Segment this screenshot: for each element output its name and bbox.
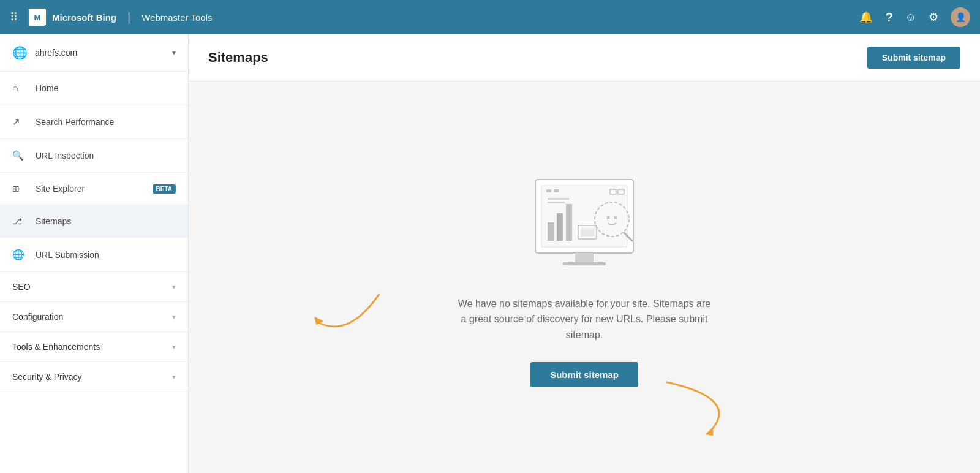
submit-sitemap-button-header[interactable]: Submit sitemap bbox=[867, 47, 960, 69]
sidebar-item-site-explorer-label: Site Explorer bbox=[36, 184, 148, 194]
bing-logo-box: M bbox=[29, 9, 46, 26]
svg-rect-2 bbox=[575, 253, 594, 262]
svg-rect-18 bbox=[548, 202, 565, 203]
svg-rect-4 bbox=[546, 189, 551, 192]
configuration-section-label: Configuration bbox=[12, 312, 172, 322]
svg-marker-22 bbox=[705, 428, 713, 436]
topnav: ⠿ M Microsoft Bing | Webmaster Tools 🔔 ?… bbox=[0, 0, 980, 34]
sidebar: 🌐 ahrefs.com ▾ ⌂ Home ↗ Search Performan… bbox=[0, 34, 189, 473]
submit-sitemap-button-center[interactable]: Submit sitemap bbox=[530, 362, 638, 387]
sidebar-item-url-inspection-label: URL Inspection bbox=[36, 151, 176, 161]
svg-rect-8 bbox=[566, 204, 572, 241]
svg-marker-21 bbox=[314, 317, 323, 325]
site-selector[interactable]: 🌐 ahrefs.com ▾ bbox=[0, 34, 188, 72]
sidebar-section-seo[interactable]: SEO ▾ bbox=[0, 272, 188, 302]
home-icon: ⌂ bbox=[12, 83, 27, 94]
sidebar-section-security[interactable]: Security & Privacy ▾ bbox=[0, 362, 188, 392]
site-globe-icon: 🌐 bbox=[12, 45, 28, 60]
security-section-label: Security & Privacy bbox=[12, 372, 172, 382]
sidebar-item-url-submission-label: URL Submission bbox=[36, 250, 176, 260]
product-name: Webmaster Tools bbox=[141, 12, 212, 23]
svg-rect-5 bbox=[554, 189, 559, 192]
trend-icon: ↗ bbox=[12, 116, 27, 127]
security-chevron-icon: ▾ bbox=[172, 373, 176, 381]
sidebar-item-url-submission[interactable]: 🌐 URL Submission bbox=[0, 238, 188, 272]
main-layout: 🌐 ahrefs.com ▾ ⌂ Home ↗ Search Performan… bbox=[0, 34, 980, 473]
url-inspection-icon: 🔍 bbox=[12, 150, 27, 161]
site-name: ahrefs.com bbox=[35, 48, 172, 58]
svg-rect-6 bbox=[548, 222, 554, 241]
sidebar-item-home-label: Home bbox=[36, 83, 176, 93]
svg-rect-3 bbox=[563, 262, 606, 265]
sidebar-item-site-explorer[interactable]: ⊞ Site Explorer BETA bbox=[0, 173, 188, 205]
topnav-right: 🔔 ? ☺ ⚙ 👤 bbox=[859, 7, 970, 27]
sidebar-section-tools[interactable]: Tools & Enhancements ▾ bbox=[0, 332, 188, 362]
svg-rect-16 bbox=[581, 228, 594, 236]
feedback-icon[interactable]: ☺ bbox=[905, 11, 916, 24]
sidebar-section-configuration[interactable]: Configuration ▾ bbox=[0, 302, 188, 332]
sidebar-item-home[interactable]: ⌂ Home bbox=[0, 72, 188, 105]
content: Sitemaps Submit sitemap bbox=[189, 34, 980, 473]
sidebar-item-sitemaps[interactable]: ⎇ Sitemaps bbox=[0, 205, 188, 238]
sidebar-item-url-inspection[interactable]: 🔍 URL Inspection bbox=[0, 139, 188, 173]
site-explorer-icon: ⊞ bbox=[12, 184, 27, 194]
svg-rect-17 bbox=[548, 198, 569, 200]
sidebar-item-sitemaps-label: Sitemaps bbox=[36, 216, 176, 226]
empty-message: We have no sitemaps available for your s… bbox=[456, 296, 713, 343]
page-header: Sitemaps Submit sitemap bbox=[189, 34, 980, 81]
page-title: Sitemaps bbox=[208, 50, 268, 66]
avatar[interactable]: 👤 bbox=[951, 7, 970, 27]
configuration-chevron-icon: ▾ bbox=[172, 313, 176, 321]
grid-icon[interactable]: ⠿ bbox=[10, 10, 18, 24]
content-body: We have no sitemaps available for your s… bbox=[189, 81, 980, 473]
bell-icon[interactable]: 🔔 bbox=[859, 10, 873, 24]
sidebar-item-search-performance[interactable]: ↗ Search Performance bbox=[0, 105, 188, 139]
bing-logo-icon: M bbox=[34, 13, 41, 22]
site-chevron-icon: ▾ bbox=[172, 48, 176, 57]
tools-chevron-icon: ▾ bbox=[172, 343, 176, 351]
help-icon[interactable]: ? bbox=[885, 10, 892, 25]
sidebar-item-search-performance-label: Search Performance bbox=[36, 117, 176, 127]
topnav-left: ⠿ M Microsoft Bing | Webmaster Tools bbox=[10, 9, 213, 26]
beta-badge: BETA bbox=[153, 184, 176, 194]
settings-icon[interactable]: ⚙ bbox=[929, 10, 938, 24]
sitemaps-icon: ⎇ bbox=[12, 216, 27, 226]
topnav-divider: | bbox=[127, 10, 130, 25]
svg-rect-7 bbox=[557, 213, 563, 241]
tools-section-label: Tools & Enhancements bbox=[12, 342, 172, 352]
seo-section-label: SEO bbox=[12, 282, 172, 292]
url-submission-icon: 🌐 bbox=[12, 249, 27, 260]
app-name: Microsoft Bing bbox=[52, 12, 116, 23]
empty-illustration bbox=[517, 167, 652, 278]
seo-chevron-icon: ▾ bbox=[172, 283, 176, 291]
